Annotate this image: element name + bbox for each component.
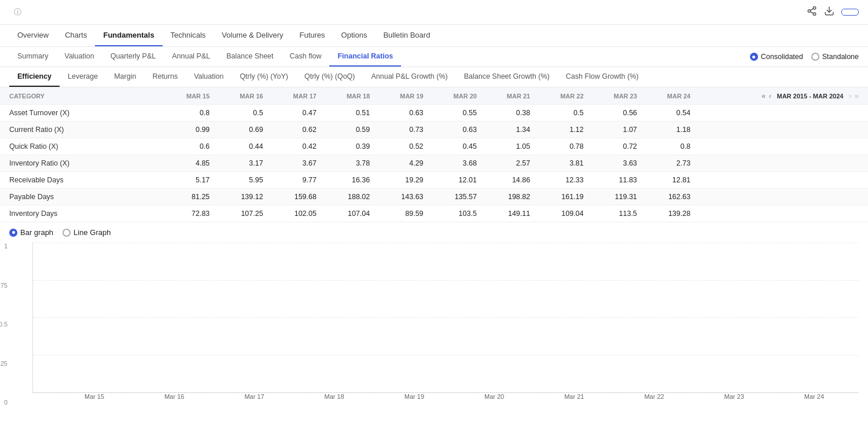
cell-0-0: 0.8 bbox=[162, 105, 215, 122]
table-row: Inventory Ratio (X)4.853.173.673.784.293… bbox=[0, 155, 868, 172]
row-label-inventory-days: Inventory Days bbox=[0, 206, 162, 222]
table-row: Asset Turnover (X)0.80.50.470.510.630.55… bbox=[0, 105, 868, 122]
sub-nav-tab-balance-sheet[interactable]: Balance Sheet bbox=[218, 47, 281, 67]
download-icon[interactable] bbox=[824, 6, 834, 19]
cell-4-0: 5.17 bbox=[162, 172, 215, 189]
bars-row bbox=[33, 243, 859, 392]
chart-y-labels: 10.750.50.250 bbox=[0, 243, 8, 406]
nav-arrow-next[interactable]: › bbox=[849, 91, 851, 100]
cell-6-2: 102.05 bbox=[269, 206, 322, 222]
cell-4-2: 9.77 bbox=[269, 172, 322, 189]
filter-tab-returns[interactable]: Returns bbox=[144, 67, 186, 87]
nav-tab-charts[interactable]: Charts bbox=[57, 25, 95, 46]
row-label-current-ratio--x-: Current Ratio (X) bbox=[0, 122, 162, 138]
cell-4-5: 12.01 bbox=[429, 172, 483, 189]
table-row: Current Ratio (X)0.990.690.620.590.730.6… bbox=[0, 122, 868, 138]
x-label: Mar 22 bbox=[615, 393, 693, 400]
cell-0-4: 0.63 bbox=[376, 105, 429, 122]
cell-1-0: 0.99 bbox=[162, 122, 215, 138]
cell-5-9: 162.63 bbox=[643, 189, 696, 206]
filter-tab-cash-flow-growth----[interactable]: Cash Flow Growth (%) bbox=[558, 67, 647, 87]
date-nav-cell: « ‹ MAR 2015 - MAR 2024 › » bbox=[696, 87, 868, 105]
chart-x-labels: Mar 15Mar 16Mar 17Mar 18Mar 19Mar 20Mar … bbox=[32, 393, 859, 400]
line-graph-option[interactable]: Line Graph bbox=[62, 228, 111, 237]
cell-3-2: 3.67 bbox=[269, 155, 322, 172]
nav-tab-options[interactable]: Options bbox=[333, 25, 376, 46]
header-actions bbox=[807, 6, 859, 19]
nav-arrow-next-next[interactable]: » bbox=[855, 91, 859, 100]
nav-tab-fundamentals[interactable]: Fundamentals bbox=[95, 25, 162, 46]
filter-tab-margin[interactable]: Margin bbox=[106, 67, 144, 87]
cell-3-1: 3.17 bbox=[215, 155, 269, 172]
column-header-mar20: MAR 20 bbox=[429, 87, 483, 105]
cell-3-4: 4.29 bbox=[376, 155, 429, 172]
cell-3-9: 2.73 bbox=[643, 155, 696, 172]
nav-arrow-prev-prev[interactable]: « bbox=[762, 91, 766, 100]
filter-tab-qtrly------yoy-[interactable]: Qtrly (%) (YoY) bbox=[231, 67, 296, 87]
category-column-header: CATEGORY bbox=[0, 87, 162, 105]
nav-tab-bulletin-board[interactable]: Bulletin Board bbox=[375, 25, 438, 46]
filter-tab-annual-p-l-growth----[interactable]: Annual P&L Growth (%) bbox=[363, 67, 455, 87]
line-radio-empty[interactable] bbox=[62, 229, 71, 237]
table-row: Quick Ratio (X)0.60.440.420.390.520.451.… bbox=[0, 138, 868, 155]
column-header-mar16: MAR 16 bbox=[215, 87, 269, 105]
nav-arrow-prev[interactable]: ‹ bbox=[769, 91, 771, 100]
cell-0-2: 0.47 bbox=[269, 105, 322, 122]
row-label-quick-ratio--x-: Quick Ratio (X) bbox=[0, 138, 162, 155]
column-header-mar22: MAR 22 bbox=[536, 87, 589, 105]
x-label: Mar 24 bbox=[775, 393, 853, 400]
column-header-mar23: MAR 23 bbox=[590, 87, 643, 105]
top-header: ⓘ bbox=[0, 0, 868, 25]
standalone-option[interactable]: Standalone bbox=[811, 53, 859, 61]
bar-graph-option[interactable]: Bar graph bbox=[9, 228, 53, 237]
cell-3-5: 3.68 bbox=[429, 155, 483, 172]
x-label: Mar 18 bbox=[296, 393, 373, 400]
cell-5-1: 139.12 bbox=[215, 189, 269, 206]
x-label: Mar 21 bbox=[535, 393, 613, 400]
cell-2-2: 0.42 bbox=[269, 138, 322, 155]
cell-1-4: 0.73 bbox=[376, 122, 429, 138]
consolidated-option[interactable]: Consolidated bbox=[750, 53, 803, 61]
nav-tab-overview[interactable]: Overview bbox=[9, 25, 57, 46]
sub-nav-tab-valuation[interactable]: Valuation bbox=[56, 47, 102, 67]
y-label: 0.25 bbox=[0, 360, 8, 367]
cell-0-7: 0.5 bbox=[536, 105, 589, 122]
filter-tab-efficiency[interactable]: Efficiency bbox=[9, 67, 60, 87]
cell-0-9: 0.54 bbox=[643, 105, 696, 122]
filter-tab-leverage[interactable]: Leverage bbox=[60, 67, 106, 87]
sub-nav-tab-summary[interactable]: Summary bbox=[9, 47, 56, 67]
chart-container bbox=[32, 243, 859, 393]
cell-5-3: 188.02 bbox=[322, 189, 376, 206]
sub-nav-tab-cash-flow[interactable]: Cash flow bbox=[282, 47, 330, 67]
x-label: Mar 20 bbox=[455, 393, 533, 400]
cell-5-8: 119.31 bbox=[590, 189, 643, 206]
share-icon[interactable] bbox=[807, 6, 817, 19]
standalone-label: Standalone bbox=[822, 53, 859, 61]
filter-tab-qtrly------qoq-[interactable]: Qtrly (%) (QoQ) bbox=[296, 67, 363, 87]
open-watchlists-button[interactable] bbox=[841, 9, 859, 16]
cell-6-9: 139.28 bbox=[643, 206, 696, 222]
filter-tabs: EfficiencyLeverageMarginReturnsValuation… bbox=[9, 67, 646, 87]
info-icon[interactable]: ⓘ bbox=[14, 7, 21, 17]
cell-6-3: 107.04 bbox=[322, 206, 376, 222]
nav-tab-technicals[interactable]: Technicals bbox=[163, 25, 214, 46]
x-label: Mar 15 bbox=[56, 393, 133, 400]
table-row: Inventory Days72.83107.25102.05107.0489.… bbox=[0, 206, 868, 222]
column-header-mar18: MAR 18 bbox=[322, 87, 376, 105]
nav-tab-futures[interactable]: Futures bbox=[292, 25, 333, 46]
standalone-radio[interactable] bbox=[811, 53, 819, 61]
sub-nav-tabs: SummaryValuationQuarterly P&LAnnual P&LB… bbox=[0, 47, 868, 67]
filter-tab-valuation[interactable]: Valuation bbox=[186, 67, 231, 87]
cell-5-2: 159.68 bbox=[269, 189, 322, 206]
consolidated-radio[interactable] bbox=[750, 53, 758, 61]
cell-1-3: 0.59 bbox=[322, 122, 376, 138]
cell-4-6: 14.86 bbox=[483, 172, 536, 189]
sub-nav-tab-quarterly-p-l[interactable]: Quarterly P&L bbox=[102, 47, 164, 67]
sub-nav-tab-financial-ratios[interactable]: Financial Ratios bbox=[329, 47, 401, 67]
nav-tab-volume---delivery[interactable]: Volume & Delivery bbox=[214, 25, 291, 46]
sub-nav-tab-annual-p-l[interactable]: Annual P&L bbox=[164, 47, 218, 67]
bar-radio-filled[interactable] bbox=[9, 229, 17, 237]
cell-5-5: 135.57 bbox=[429, 189, 483, 206]
filter-tab-balance-sheet-growth----[interactable]: Balance Sheet Growth (%) bbox=[456, 67, 558, 87]
cell-2-7: 0.78 bbox=[536, 138, 589, 155]
